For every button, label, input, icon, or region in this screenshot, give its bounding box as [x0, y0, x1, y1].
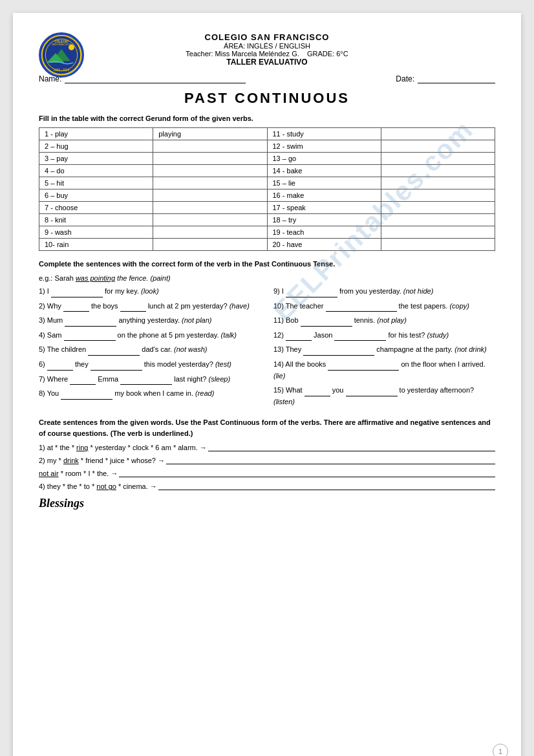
blank-8[interactable] — [61, 391, 112, 400]
blank-1[interactable] — [51, 288, 103, 297]
create-item-4-text: 4) they * the * to * not go * cinema. → — [39, 482, 157, 490]
answer-cell[interactable] — [381, 226, 495, 239]
blank-14[interactable] — [328, 362, 399, 371]
date-field: Date: — [396, 73, 495, 83]
blank-6b[interactable] — [91, 362, 142, 371]
header-text: COLEGIO SAN FRANCISCO ÁREA: INGLÉS / ENG… — [186, 32, 348, 67]
verb-cell: 16 - make — [267, 189, 381, 202]
area-label: ÁREA: INGLÉS / ENGLISH — [186, 42, 348, 50]
sentences-right-col: 9) I from you yesterday. (not hide) 10) … — [273, 286, 495, 411]
verb-cell: 8 - knit — [39, 214, 153, 226]
verb-cell: 14 - bake — [267, 165, 381, 177]
table-row: 8 - knit18 – try — [39, 214, 495, 226]
create-blank-2[interactable] — [166, 455, 495, 464]
answer-cell[interactable] — [381, 140, 495, 153]
answer-cell[interactable] — [381, 153, 495, 165]
answer-cell[interactable] — [153, 140, 267, 153]
sentence-6: 6) they this model yesterday? (test) — [39, 359, 261, 371]
school-name: COLEGIO SAN FRANCISCO — [186, 32, 348, 42]
verb-cell: 11 - study — [267, 128, 381, 140]
blank-15a[interactable] — [304, 387, 330, 396]
blank-7a[interactable] — [70, 376, 96, 385]
blank-5[interactable] — [88, 347, 140, 356]
blank-7b[interactable] — [120, 376, 172, 385]
blank-13[interactable] — [303, 347, 374, 356]
answer-cell[interactable] — [381, 189, 495, 202]
answer-cell[interactable]: playing — [153, 128, 267, 140]
svg-text:1956 - 2018: 1956 - 2018 — [54, 69, 70, 72]
blank-3[interactable] — [65, 318, 116, 327]
table-row: 4 – do14 - bake — [39, 165, 495, 177]
verb-cell: 19 - teach — [267, 226, 381, 239]
verb-cell: 2 – hug — [39, 140, 153, 153]
blank-12b[interactable] — [334, 332, 386, 341]
blank-2a[interactable] — [63, 303, 89, 312]
verb-cell: 15 – lie — [267, 177, 381, 189]
create-item-3-text: not air * room * I * the. → — [39, 470, 118, 477]
verb-cell: 20 - have — [267, 239, 381, 251]
answer-cell[interactable] — [153, 239, 267, 251]
verb-cell: 3 – pay — [39, 153, 153, 165]
name-date-row: Name: Date: — [39, 73, 495, 83]
page-number: 1 — [493, 744, 508, 756]
answer-cell[interactable] — [381, 165, 495, 177]
worksheet-page: EELPrintables.com COLEGIO SAN FRANCIS — [13, 13, 521, 756]
answer-cell[interactable] — [153, 202, 267, 214]
blank-12a[interactable] — [286, 332, 312, 341]
sentence-2: 2) Why the boys lunch at 2 pm yesterday?… — [39, 301, 261, 312]
answer-cell[interactable] — [153, 189, 267, 202]
table-row: 2 – hug12 - swim — [39, 140, 495, 153]
sentence-8: 8) You my book when I came in. (read) — [39, 388, 261, 400]
blank-15b[interactable] — [346, 387, 398, 396]
verb-cell: 10- rain — [39, 239, 153, 251]
svg-text:COLEGIO: COLEGIO — [54, 40, 68, 43]
taller-label: TALLER EVALUATIVO — [186, 58, 348, 67]
answer-cell[interactable] — [153, 214, 267, 226]
blank-9[interactable] — [286, 288, 337, 297]
answer-cell[interactable] — [153, 153, 267, 165]
sentence-3: 3) Mum anything yesterday. (not plan) — [39, 315, 261, 327]
date-label: Date: — [396, 74, 414, 83]
date-input[interactable] — [418, 73, 495, 83]
table-row: 9 - wash19 - teach — [39, 226, 495, 239]
verb-table: 1 - playplaying11 - study2 – hug12 - swi… — [39, 127, 495, 251]
sentence-13: 13) They champagne at the party. (not dr… — [273, 344, 495, 356]
answer-cell[interactable] — [153, 177, 267, 189]
table-row: 6 – buy16 - make — [39, 189, 495, 202]
answer-cell[interactable] — [153, 226, 267, 239]
sentence-14: 14) All the books on the floor when I ar… — [273, 359, 495, 382]
answer-cell[interactable] — [381, 177, 495, 189]
blank-6a[interactable] — [47, 362, 73, 371]
answer-cell[interactable] — [381, 202, 495, 214]
answer-cell[interactable] — [381, 128, 495, 140]
create-item-2-text: 2) my * drink * friend * juice * whose? … — [39, 457, 165, 464]
create-blank-3[interactable] — [119, 468, 495, 477]
verb-cell: 17 - speak — [267, 202, 381, 214]
sentence-5: 5) The children dad's car. (not wash) — [39, 344, 261, 356]
example-line: e.g.: Sarah was pointing the fence. (pai… — [39, 274, 495, 282]
create-blank-1[interactable] — [208, 442, 495, 451]
blank-10[interactable] — [326, 303, 397, 312]
blank-11[interactable] — [301, 318, 352, 327]
name-input[interactable] — [65, 73, 246, 83]
create-item-3: not air * room * I * the. → — [39, 468, 495, 477]
answer-cell[interactable] — [381, 239, 495, 251]
answer-cell[interactable] — [381, 214, 495, 226]
create-blank-4[interactable] — [158, 481, 495, 490]
sentence-10: 10) The teacher the test papers. (copy) — [273, 301, 495, 312]
blank-4[interactable] — [64, 332, 116, 341]
teacher-label: Teacher: Miss Marcela Meléndez G. GRADE:… — [186, 50, 348, 58]
verb-cell: 9 - wash — [39, 226, 153, 239]
sentence-9: 9) I from you yesterday. (not hide) — [273, 286, 495, 297]
verb-cell: 7 - choose — [39, 202, 153, 214]
section1-instruction: Fill in the table with the correct Gerun… — [39, 114, 495, 122]
verb-cell: 5 – hit — [39, 177, 153, 189]
create-section: Create sentences from the given words. U… — [39, 417, 495, 490]
sentences-grid: 1) I for my key. (look) 2) Why the boys … — [39, 286, 495, 411]
section2-instruction: Complete the sentences with the correct … — [39, 260, 495, 268]
blank-2b[interactable] — [120, 303, 146, 312]
verb-cell: 4 – do — [39, 165, 153, 177]
create-item-1-text: 1) at * the * ring * yesterday * clock *… — [39, 444, 207, 451]
main-title: PAST CONTINUOUS — [39, 90, 495, 107]
answer-cell[interactable] — [153, 165, 267, 177]
